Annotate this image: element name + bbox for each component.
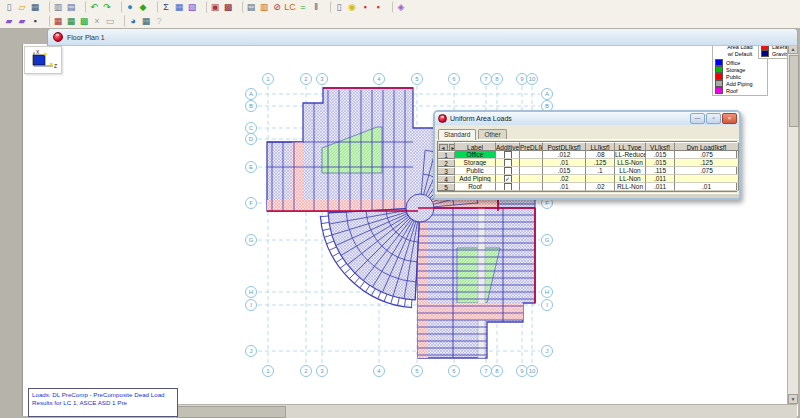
tab-other[interactable]: Other: [478, 129, 506, 139]
globe-icon[interactable]: ●: [121, 1, 136, 13]
save-model-icon[interactable]: ▦: [49, 15, 64, 27]
vl-cell[interactable]: .011: [646, 175, 675, 183]
lltype-cell[interactable]: RLL-Non: [615, 183, 646, 191]
ll-cell[interactable]: [586, 175, 615, 183]
load-combination-icon[interactable]: LC: [284, 1, 296, 13]
scroll-down-button[interactable]: ▼: [788, 394, 798, 404]
beam-sum-icon[interactable]: Σ: [157, 1, 172, 13]
dark-tool-icon[interactable]: ▪: [29, 15, 41, 27]
deflection-icon[interactable]: ▩: [222, 1, 234, 13]
vertical-scroll-thumb[interactable]: [789, 55, 799, 127]
label-cell[interactable]: Office: [455, 151, 496, 159]
vl-cell[interactable]: .115: [646, 167, 675, 175]
color-columns-icon[interactable]: ▥: [258, 1, 270, 13]
row-number[interactable]: 5: [438, 183, 455, 191]
lltype-cell[interactable]: LL-Non: [615, 175, 646, 183]
floor-plan-canvas[interactable]: 1122334455667788991010AABBCCDDEEFFGGHHII…: [0, 0, 800, 418]
col-header-vl[interactable]: VL[ksf]: [646, 142, 675, 151]
vl-cell[interactable]: .015: [646, 159, 675, 167]
dynload-cell[interactable]: .075: [675, 167, 739, 175]
loads-icon[interactable]: ▣: [206, 1, 221, 13]
prev-record-button[interactable]: ◄: [439, 144, 448, 151]
render-icon[interactable]: ◆: [137, 1, 149, 13]
print-icon[interactable]: ▤: [65, 1, 77, 13]
bars-icon[interactable]: ‖: [310, 1, 322, 13]
additive-checkbox[interactable]: [504, 183, 512, 191]
postdl-cell[interactable]: .015: [543, 167, 586, 175]
help-diamond-icon[interactable]: ◈: [392, 1, 407, 13]
tab-standard[interactable]: Standard: [438, 129, 476, 140]
green-grid-icon[interactable]: ▩: [78, 15, 90, 27]
document-icon[interactable]: ▯: [330, 1, 345, 13]
model-view-icon[interactable]: ▧: [186, 1, 198, 13]
horizontal-scrollbar[interactable]: [175, 404, 797, 418]
save-results-icon[interactable]: ▦: [65, 15, 77, 27]
predl-cell[interactable]: [520, 183, 543, 191]
predl-cell[interactable]: [520, 159, 543, 167]
col-header-postdl[interactable]: PostDL[ksf]: [543, 142, 586, 151]
grid-view-icon[interactable]: ▦: [173, 1, 185, 13]
no-solve-icon[interactable]: ⊘: [271, 1, 283, 13]
col-header-predl[interactable]: PreDL[ksf]: [520, 142, 543, 151]
ll-cell[interactable]: .02: [586, 183, 615, 191]
col-header-label[interactable]: Label: [455, 142, 496, 151]
postdl-cell[interactable]: .01: [543, 159, 586, 167]
lltype-cell[interactable]: LL-Reduce: [615, 151, 646, 159]
predl-cell[interactable]: [520, 167, 543, 175]
vertical-scrollbar[interactable]: ▲ ▼: [787, 44, 798, 404]
new-file-icon[interactable]: ▯: [3, 1, 15, 13]
paste-disabled-icon[interactable]: ▭: [104, 15, 116, 27]
close-button[interactable]: ×: [722, 113, 737, 124]
ll-cell[interactable]: .08: [586, 151, 615, 159]
dynload-cell[interactable]: .01: [675, 183, 739, 191]
ll-cell[interactable]: .1: [586, 167, 615, 175]
additive-checkbox[interactable]: [504, 167, 512, 175]
row-number[interactable]: 4: [438, 175, 455, 183]
dynload-cell[interactable]: [675, 175, 739, 183]
postdl-cell[interactable]: .02: [543, 175, 586, 183]
equals-icon[interactable]: =: [297, 1, 309, 13]
label-cell[interactable]: Roof: [455, 183, 496, 191]
ll-cell[interactable]: .125: [586, 159, 615, 167]
predl-cell[interactable]: [520, 151, 543, 159]
member-tool-icon[interactable]: ▰: [3, 15, 15, 27]
horizontal-scroll-thumb[interactable]: [176, 406, 286, 418]
lltype-cell[interactable]: LL-Non: [615, 167, 646, 175]
dialog-titlebar[interactable]: Uniform Area Loads — ▫ ×: [435, 112, 739, 125]
vl-cell[interactable]: .015: [646, 151, 675, 159]
col-header-lltype[interactable]: LL Type: [615, 142, 646, 151]
postdl-cell[interactable]: .012: [543, 151, 586, 159]
additive-checkbox[interactable]: [504, 159, 512, 167]
vl-cell[interactable]: .011: [646, 183, 675, 191]
undo-icon[interactable]: ↶: [85, 1, 100, 13]
copy-icon[interactable]: ▥: [49, 1, 64, 13]
label-cell[interactable]: Public: [455, 167, 496, 175]
save-alt-icon[interactable]: ▦: [140, 15, 152, 27]
red-tool-icon[interactable]: ▪: [359, 1, 371, 13]
col-header-ll[interactable]: LL[ksf]: [586, 142, 615, 151]
dynload-cell[interactable]: .075: [675, 151, 739, 159]
refresh-icon[interactable]: ◕: [124, 15, 139, 27]
maximize-button[interactable]: ▫: [706, 113, 721, 124]
additive-checkbox[interactable]: [504, 151, 512, 159]
help-disabled-icon[interactable]: ?: [153, 15, 165, 27]
redo-icon[interactable]: ↷: [101, 1, 113, 13]
preview-icon[interactable]: ◉: [346, 1, 358, 13]
row-number[interactable]: 1: [438, 151, 455, 159]
row-number[interactable]: 3: [438, 167, 455, 175]
col-header-dynload[interactable]: Dyn Load[ksf]: [675, 142, 739, 151]
predl-cell[interactable]: [520, 175, 543, 183]
spreadsheet-icon[interactable]: ▤: [242, 1, 257, 13]
dynload-cell[interactable]: .125: [675, 159, 739, 167]
lltype-cell[interactable]: LLS-Non: [615, 159, 646, 167]
minimize-button[interactable]: —: [690, 113, 705, 124]
postdl-cell[interactable]: .01: [543, 183, 586, 191]
open-folder-icon[interactable]: ▱: [16, 1, 28, 13]
col-header-additive[interactable]: Additive: [496, 142, 520, 151]
save-icon[interactable]: ▦: [29, 1, 41, 13]
row-number[interactable]: 2: [438, 159, 455, 167]
label-cell[interactable]: Add Piping: [455, 175, 496, 183]
floorplan-window-titlebar[interactable]: Floor Plan 1: [47, 28, 798, 46]
cut-disabled-icon[interactable]: ×: [91, 15, 103, 27]
plate-tool-icon[interactable]: ▰: [16, 15, 28, 27]
